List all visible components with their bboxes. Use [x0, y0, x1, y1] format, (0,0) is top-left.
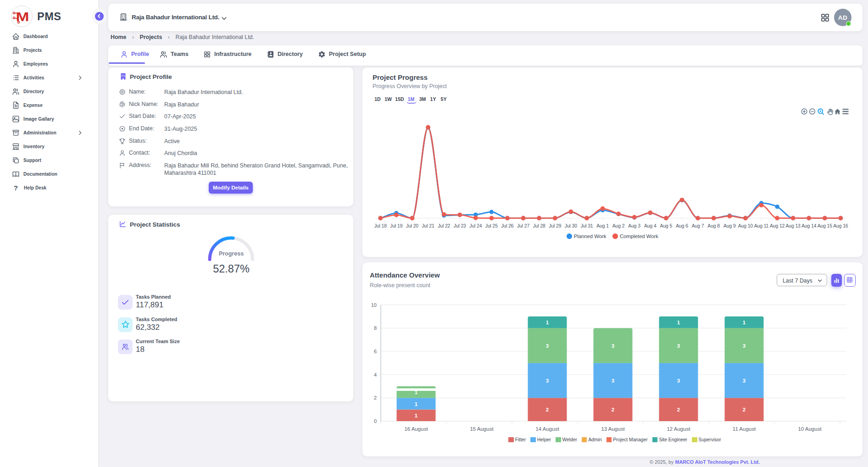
svg-text:Aug 12: Aug 12: [770, 223, 785, 228]
svg-text:10: 10: [371, 302, 377, 308]
svg-text:Aug 3: Aug 3: [628, 223, 640, 228]
svg-text:2: 2: [677, 407, 680, 412]
svg-text:1: 1: [415, 413, 418, 418]
svg-text:3: 3: [677, 343, 680, 349]
svg-text:3: 3: [546, 378, 549, 384]
svg-text:3: 3: [677, 378, 680, 384]
svg-text:Jul 25: Jul 25: [485, 223, 498, 228]
svg-text:13 August: 13 August: [601, 426, 625, 432]
svg-text:Jul 28: Jul 28: [533, 223, 545, 228]
svg-text:1: 1: [546, 320, 549, 325]
svg-text:Aug 5: Aug 5: [660, 223, 673, 228]
svg-text:4: 4: [374, 372, 377, 378]
svg-text:2: 2: [374, 395, 377, 400]
svg-text:Jul 18: Jul 18: [374, 223, 387, 228]
svg-text:11 August: 11 August: [733, 426, 756, 432]
svg-text:3: 3: [743, 343, 746, 349]
svg-text:3: 3: [743, 378, 746, 384]
svg-text:1: 1: [743, 320, 746, 325]
svg-text:3: 3: [612, 378, 614, 384]
svg-text:Jul 27: Jul 27: [517, 223, 529, 228]
svg-text:Jul 29: Jul 29: [549, 223, 561, 228]
svg-text:3: 3: [612, 343, 614, 349]
svg-text:10 August: 10 August: [798, 426, 822, 432]
svg-text:Jul 19: Jul 19: [390, 223, 402, 228]
svg-text:6: 6: [374, 349, 377, 354]
svg-text:Aug 15: Aug 15: [818, 223, 833, 228]
svg-text:Aug 9: Aug 9: [723, 223, 736, 228]
svg-text:Aug 16: Aug 16: [833, 223, 848, 228]
svg-text:Jul 20: Jul 20: [406, 223, 418, 228]
svg-text:Aug 7: Aug 7: [692, 223, 704, 228]
svg-text:Jul 26: Jul 26: [501, 223, 513, 228]
svg-text:2: 2: [546, 407, 549, 412]
svg-text:Aug 10: Aug 10: [738, 223, 753, 228]
svg-text:2: 2: [743, 407, 746, 412]
svg-text:16 August: 16 August: [404, 426, 428, 432]
svg-text:Jul 24: Jul 24: [469, 223, 482, 228]
svg-text:0: 0: [374, 418, 377, 424]
svg-text:12 August: 12 August: [667, 426, 690, 432]
svg-text:Aug 8: Aug 8: [707, 223, 720, 228]
svg-text:Aug 14: Aug 14: [801, 223, 817, 228]
svg-text:Aug 4: Aug 4: [644, 223, 657, 228]
svg-text:2: 2: [612, 407, 614, 412]
svg-text:3: 3: [546, 343, 549, 349]
svg-text:Jul 23: Jul 23: [454, 223, 466, 228]
svg-text:Aug 11: Aug 11: [754, 223, 769, 228]
svg-text:Jul 21: Jul 21: [422, 223, 434, 228]
svg-text:Jul 31: Jul 31: [580, 223, 593, 228]
svg-text:Aug 1: Aug 1: [596, 223, 609, 228]
svg-text:15 August: 15 August: [470, 426, 494, 432]
svg-text:8: 8: [374, 325, 377, 331]
svg-text:1: 1: [677, 320, 680, 325]
svg-text:Aug 2: Aug 2: [612, 223, 625, 228]
svg-text:Aug 6: Aug 6: [676, 223, 688, 228]
svg-text:Aug 13: Aug 13: [785, 223, 801, 228]
svg-text:Jul 22: Jul 22: [438, 223, 450, 228]
svg-text:14 August: 14 August: [535, 426, 559, 432]
svg-text:Jul 30: Jul 30: [565, 223, 577, 228]
svg-text:1: 1: [415, 401, 418, 407]
